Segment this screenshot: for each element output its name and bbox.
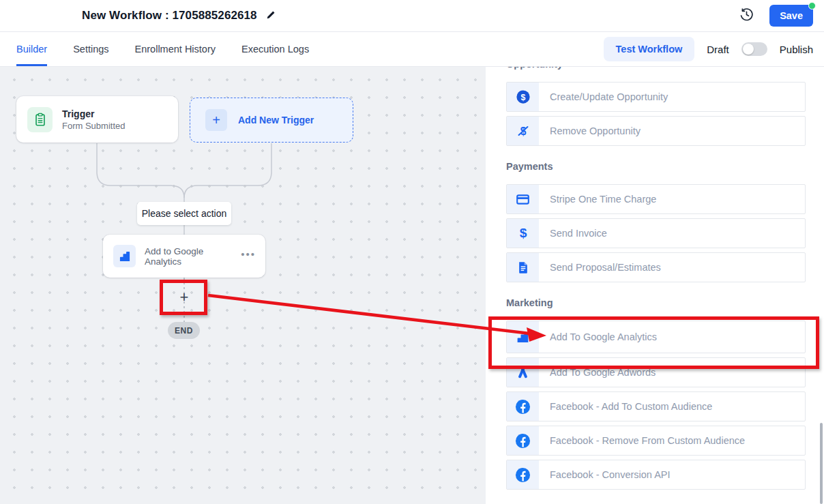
publish-toggle[interactable] bbox=[741, 42, 767, 56]
test-workflow-button[interactable]: Test Workflow bbox=[604, 37, 695, 61]
plus-icon: + bbox=[205, 109, 227, 131]
action-item-label: Send Proposal/Estimates bbox=[539, 262, 661, 273]
end-badge: END bbox=[168, 322, 200, 339]
tab-settings[interactable]: Settings bbox=[73, 32, 108, 66]
edit-title-button[interactable] bbox=[265, 9, 277, 23]
workflow-controls: Test Workflow Draft Publish bbox=[604, 37, 813, 61]
pencil-icon bbox=[265, 9, 277, 23]
dollar-icon: $ bbox=[507, 219, 539, 248]
action-item-label: Stripe One Time Charge bbox=[539, 194, 656, 205]
history-button[interactable] bbox=[739, 7, 754, 25]
action-item-send-proposal-estimates[interactable]: Send Proposal/Estimates bbox=[506, 252, 806, 282]
tab-enrollment-history[interactable]: Enrollment History bbox=[135, 32, 216, 66]
action-node-google-analytics[interactable]: Add to Google Analytics ••• bbox=[103, 235, 265, 278]
page-title: New Workflow : 1705885262618 bbox=[82, 9, 257, 23]
save-button[interactable]: Save bbox=[769, 5, 813, 27]
trigger-node-subtitle: Form Submitted bbox=[62, 121, 125, 131]
tab-builder[interactable]: Builder bbox=[16, 32, 47, 66]
header-actions: Save bbox=[739, 5, 824, 27]
clipboard-icon bbox=[27, 107, 53, 132]
publish-label: Publish bbox=[780, 44, 813, 55]
document-icon bbox=[507, 253, 539, 282]
action-item-label: Remove Opportunity bbox=[539, 125, 641, 136]
action-item-stripe-one-time-charge[interactable]: Stripe One Time Charge bbox=[506, 184, 806, 214]
action-item-add-to-google-analytics[interactable]: Add To Google Analytics bbox=[506, 321, 806, 353]
action-node-label: Add to Google Analytics bbox=[145, 246, 232, 267]
tabs: Builder Settings Enrollment History Exec… bbox=[16, 32, 309, 66]
action-item-label: Add To Google Adwords bbox=[539, 367, 656, 378]
svg-text:$: $ bbox=[520, 93, 525, 102]
action-item-remove-opportunity[interactable]: $Remove Opportunity bbox=[506, 116, 806, 146]
tab-bar: Builder Settings Enrollment History Exec… bbox=[0, 32, 824, 67]
workflow-builder-app: New Workflow : 1705885262618 Save bbox=[0, 0, 824, 504]
action-item-label: Facebook - Conversion API bbox=[539, 469, 671, 480]
svg-text:$: $ bbox=[519, 226, 527, 240]
save-button-label: Save bbox=[780, 10, 803, 21]
facebook-icon bbox=[507, 392, 539, 421]
section-header-payments: Payments bbox=[506, 161, 806, 172]
panel-scrollbar[interactable] bbox=[820, 423, 823, 504]
tab-execution-logs[interactable]: Execution Logs bbox=[241, 32, 309, 66]
action-item-label: Send Invoice bbox=[539, 228, 607, 239]
add-action-button[interactable]: + bbox=[176, 289, 192, 306]
select-action-hint: Please select action bbox=[137, 202, 231, 225]
facebook-icon bbox=[507, 426, 539, 455]
trigger-node[interactable]: Trigger Form Submitted bbox=[16, 96, 178, 143]
section-header-opportunity: Opportunity bbox=[506, 67, 806, 70]
workflow-title-wrap: New Workflow : 1705885262618 bbox=[0, 9, 277, 23]
add-new-trigger-label: Add New Trigger bbox=[238, 115, 314, 125]
dollar-slash-icon: $ bbox=[507, 117, 539, 145]
draft-label: Draft bbox=[707, 44, 729, 55]
action-item-send-invoice[interactable]: $Send Invoice bbox=[506, 218, 806, 248]
action-item-label: Facebook - Add To Custom Audience bbox=[539, 401, 712, 412]
add-new-trigger-button[interactable]: + Add New Trigger bbox=[190, 98, 353, 143]
action-item-facebook-conversion-api[interactable]: Facebook - Conversion API bbox=[506, 460, 806, 490]
toggle-knob bbox=[743, 44, 754, 55]
action-item-facebook-add-to-custom-audience[interactable]: Facebook - Add To Custom Audience bbox=[506, 391, 806, 421]
dollar-circle-icon: $ bbox=[507, 83, 539, 111]
credit-card-icon bbox=[507, 185, 539, 213]
action-item-label: Add To Google Analytics bbox=[539, 331, 657, 342]
facebook-icon bbox=[507, 460, 539, 489]
trigger-node-title: Trigger bbox=[62, 108, 125, 119]
section-header-marketing: Marketing bbox=[506, 297, 806, 308]
google-analytics-icon bbox=[507, 321, 539, 353]
action-item-add-to-google-adwords[interactable]: Add To Google Adwords bbox=[506, 357, 806, 387]
app-header: New Workflow : 1705885262618 Save bbox=[0, 0, 824, 32]
node-menu-button[interactable]: ••• bbox=[241, 251, 256, 262]
clock-history-icon bbox=[739, 7, 754, 25]
action-item-label: Create/Update Opportunity bbox=[539, 91, 668, 102]
actions-panel: Opportunity$Create/Update Opportunity$Re… bbox=[486, 67, 824, 504]
online-status-dot bbox=[808, 2, 816, 10]
action-item-create-update-opportunity[interactable]: $Create/Update Opportunity bbox=[506, 82, 806, 112]
workflow-canvas[interactable]: Trigger Form Submitted + Add New Trigger… bbox=[0, 67, 486, 504]
google-analytics-icon bbox=[113, 245, 136, 267]
google-ads-icon bbox=[507, 358, 539, 387]
action-item-label: Facebook - Remove From Custom Audience bbox=[539, 435, 745, 446]
action-item-facebook-remove-from-custom-audience[interactable]: Facebook - Remove From Custom Audience bbox=[506, 426, 806, 456]
